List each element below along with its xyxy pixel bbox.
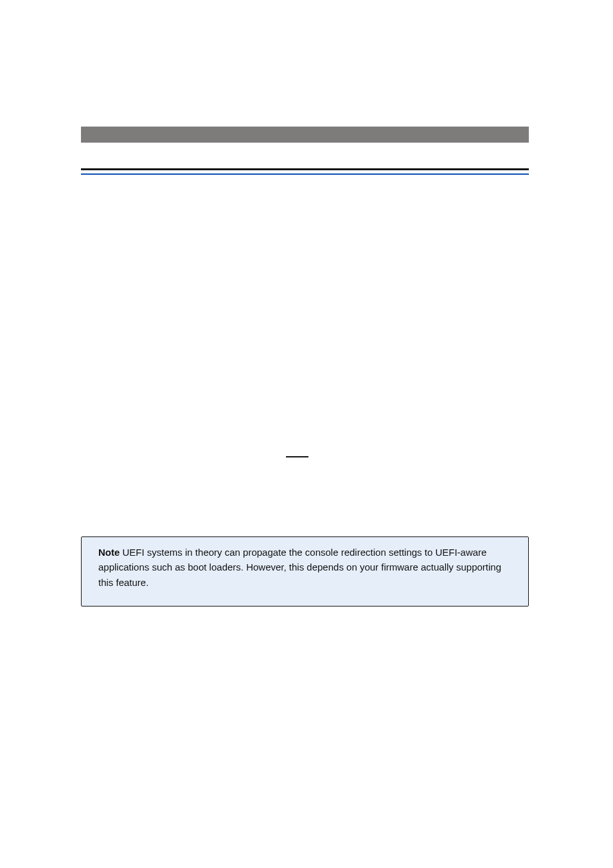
note-text: UEFI systems in theory can propagate the… bbox=[98, 547, 501, 588]
subsection-heading: 10.1 BIOS and Loader output bbox=[81, 152, 529, 163]
divider-short bbox=[286, 456, 308, 457]
page: 10 Advanced Console Redirection Usage 10… bbox=[0, 0, 613, 868]
body-paragraph-1: In this section, we will discuss the con… bbox=[81, 203, 529, 226]
double-rule-lower bbox=[81, 173, 529, 175]
double-rule-upper bbox=[81, 168, 529, 170]
subsection-number: 10.1 bbox=[81, 152, 101, 163]
note-label: Note bbox=[98, 547, 120, 558]
body-paragraph-2: The character set required by a VT100 te… bbox=[81, 280, 529, 326]
subsection-title: BIOS and Loader output bbox=[104, 152, 215, 163]
note-callout: Note UEFI systems in theory can propagat… bbox=[81, 536, 529, 607]
section-heading-bar: 10 Advanced Console Redirection Usage bbox=[81, 127, 529, 143]
body-paragraph-3: Depending on your choice of BIOS output … bbox=[81, 370, 529, 416]
body-paragraph-4: Once the BIOS completes the POST phase, … bbox=[81, 486, 529, 520]
section-title: Advanced Console Redirection Usage bbox=[81, 127, 254, 138]
